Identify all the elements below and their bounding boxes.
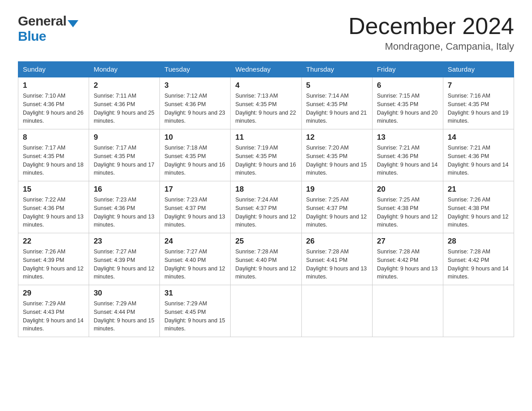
week-row-4: 22Sunrise: 7:26 AMSunset: 4:39 PMDayligh… bbox=[18, 233, 514, 285]
day-number: 5 bbox=[306, 81, 368, 90]
calendar-cell: 19Sunrise: 7:25 AMSunset: 4:37 PMDayligh… bbox=[301, 181, 372, 233]
day-info: Sunrise: 7:13 AMSunset: 4:35 PMDaylight:… bbox=[235, 92, 296, 125]
day-number: 8 bbox=[23, 133, 84, 142]
day-number: 25 bbox=[235, 237, 296, 246]
calendar-cell: 10Sunrise: 7:18 AMSunset: 4:35 PMDayligh… bbox=[160, 129, 231, 181]
calendar-cell: 12Sunrise: 7:20 AMSunset: 4:35 PMDayligh… bbox=[301, 129, 372, 181]
calendar-cell: 3Sunrise: 7:12 AMSunset: 4:36 PMDaylight… bbox=[160, 77, 231, 129]
day-info: Sunrise: 7:16 AMSunset: 4:35 PMDaylight:… bbox=[448, 92, 509, 125]
day-number: 2 bbox=[94, 81, 155, 90]
day-info: Sunrise: 7:18 AMSunset: 4:35 PMDaylight:… bbox=[164, 144, 226, 177]
day-number: 14 bbox=[448, 133, 509, 142]
day-info: Sunrise: 7:28 AMSunset: 4:41 PMDaylight:… bbox=[306, 248, 368, 281]
day-number: 1 bbox=[23, 81, 84, 90]
day-number: 24 bbox=[164, 237, 226, 246]
day-info: Sunrise: 7:10 AMSunset: 4:36 PMDaylight:… bbox=[23, 92, 84, 125]
day-info: Sunrise: 7:28 AMSunset: 4:42 PMDaylight:… bbox=[377, 248, 438, 281]
calendar-table: SundayMondayTuesdayWednesdayThursdayFrid… bbox=[18, 61, 514, 337]
day-number: 11 bbox=[235, 133, 296, 142]
day-info: Sunrise: 7:29 AMSunset: 4:45 PMDaylight:… bbox=[164, 300, 226, 333]
day-info: Sunrise: 7:28 AMSunset: 4:42 PMDaylight:… bbox=[448, 248, 509, 281]
logo-arrow-icon bbox=[68, 20, 78, 27]
calendar-cell: 24Sunrise: 7:27 AMSunset: 4:40 PMDayligh… bbox=[160, 233, 231, 285]
day-info: Sunrise: 7:22 AMSunset: 4:36 PMDaylight:… bbox=[23, 196, 84, 229]
day-number: 17 bbox=[164, 185, 226, 194]
day-number: 22 bbox=[23, 237, 84, 246]
day-number: 9 bbox=[94, 133, 155, 142]
day-info: Sunrise: 7:17 AMSunset: 4:35 PMDaylight:… bbox=[23, 144, 84, 177]
day-info: Sunrise: 7:19 AMSunset: 4:35 PMDaylight:… bbox=[235, 144, 296, 177]
day-number: 16 bbox=[94, 185, 155, 194]
day-number: 7 bbox=[448, 81, 509, 90]
calendar-cell bbox=[231, 285, 301, 337]
calendar-cell: 31Sunrise: 7:29 AMSunset: 4:45 PMDayligh… bbox=[160, 285, 231, 337]
column-header-saturday: Saturday bbox=[443, 62, 514, 77]
day-number: 27 bbox=[377, 237, 438, 246]
calendar-cell: 23Sunrise: 7:27 AMSunset: 4:39 PMDayligh… bbox=[89, 233, 160, 285]
day-number: 6 bbox=[377, 81, 438, 90]
calendar-cell: 21Sunrise: 7:26 AMSunset: 4:38 PMDayligh… bbox=[443, 181, 514, 233]
calendar-cell: 5Sunrise: 7:14 AMSunset: 4:35 PMDaylight… bbox=[301, 77, 372, 129]
logo: General Blue bbox=[18, 13, 78, 44]
calendar-cell: 1Sunrise: 7:10 AMSunset: 4:36 PMDaylight… bbox=[18, 77, 89, 129]
location-subtitle: Mondragone, Campania, Italy bbox=[348, 41, 514, 52]
day-number: 30 bbox=[94, 289, 155, 298]
month-year-title: December 2024 bbox=[348, 13, 514, 39]
calendar-cell: 8Sunrise: 7:17 AMSunset: 4:35 PMDaylight… bbox=[18, 129, 89, 181]
calendar-cell: 14Sunrise: 7:21 AMSunset: 4:36 PMDayligh… bbox=[443, 129, 514, 181]
day-info: Sunrise: 7:25 AMSunset: 4:37 PMDaylight:… bbox=[306, 196, 368, 229]
calendar-cell: 30Sunrise: 7:29 AMSunset: 4:44 PMDayligh… bbox=[89, 285, 160, 337]
calendar-cell: 7Sunrise: 7:16 AMSunset: 4:35 PMDaylight… bbox=[443, 77, 514, 129]
week-row-1: 1Sunrise: 7:10 AMSunset: 4:36 PMDaylight… bbox=[18, 77, 514, 129]
logo-general-text: General bbox=[18, 13, 66, 29]
logo-blue-text: Blue bbox=[18, 29, 46, 43]
calendar-cell: 4Sunrise: 7:13 AMSunset: 4:35 PMDaylight… bbox=[231, 77, 301, 129]
day-number: 4 bbox=[235, 81, 296, 90]
page-header: General Blue December 2024 Mondragone, C… bbox=[18, 13, 514, 52]
day-number: 29 bbox=[23, 289, 84, 298]
day-info: Sunrise: 7:29 AMSunset: 4:44 PMDaylight:… bbox=[94, 300, 155, 333]
calendar-cell: 17Sunrise: 7:23 AMSunset: 4:37 PMDayligh… bbox=[160, 181, 231, 233]
day-info: Sunrise: 7:14 AMSunset: 4:35 PMDaylight:… bbox=[306, 92, 368, 125]
calendar-cell: 11Sunrise: 7:19 AMSunset: 4:35 PMDayligh… bbox=[231, 129, 301, 181]
day-info: Sunrise: 7:28 AMSunset: 4:40 PMDaylight:… bbox=[235, 248, 296, 281]
day-info: Sunrise: 7:21 AMSunset: 4:36 PMDaylight:… bbox=[377, 144, 438, 177]
day-number: 20 bbox=[377, 185, 438, 194]
title-block: December 2024 Mondragone, Campania, Ital… bbox=[348, 13, 514, 52]
calendar-cell: 2Sunrise: 7:11 AMSunset: 4:36 PMDaylight… bbox=[89, 77, 160, 129]
calendar-cell: 22Sunrise: 7:26 AMSunset: 4:39 PMDayligh… bbox=[18, 233, 89, 285]
calendar-cell: 27Sunrise: 7:28 AMSunset: 4:42 PMDayligh… bbox=[372, 233, 443, 285]
column-header-friday: Friday bbox=[372, 62, 443, 77]
day-info: Sunrise: 7:25 AMSunset: 4:38 PMDaylight:… bbox=[377, 196, 438, 229]
column-header-sunday: Sunday bbox=[18, 62, 89, 77]
calendar-cell: 16Sunrise: 7:23 AMSunset: 4:36 PMDayligh… bbox=[89, 181, 160, 233]
day-number: 15 bbox=[23, 185, 84, 194]
calendar-cell bbox=[372, 285, 443, 337]
day-info: Sunrise: 7:26 AMSunset: 4:38 PMDaylight:… bbox=[448, 196, 509, 229]
calendar-cell: 6Sunrise: 7:15 AMSunset: 4:35 PMDaylight… bbox=[372, 77, 443, 129]
calendar-cell: 26Sunrise: 7:28 AMSunset: 4:41 PMDayligh… bbox=[301, 233, 372, 285]
day-info: Sunrise: 7:23 AMSunset: 4:36 PMDaylight:… bbox=[94, 196, 155, 229]
column-header-wednesday: Wednesday bbox=[231, 62, 301, 77]
week-row-2: 8Sunrise: 7:17 AMSunset: 4:35 PMDaylight… bbox=[18, 129, 514, 181]
day-info: Sunrise: 7:27 AMSunset: 4:40 PMDaylight:… bbox=[164, 248, 226, 281]
day-number: 18 bbox=[235, 185, 296, 194]
calendar-cell: 25Sunrise: 7:28 AMSunset: 4:40 PMDayligh… bbox=[231, 233, 301, 285]
calendar-cell: 29Sunrise: 7:29 AMSunset: 4:43 PMDayligh… bbox=[18, 285, 89, 337]
day-info: Sunrise: 7:17 AMSunset: 4:35 PMDaylight:… bbox=[94, 144, 155, 177]
day-number: 19 bbox=[306, 185, 368, 194]
header-row: SundayMondayTuesdayWednesdayThursdayFrid… bbox=[18, 62, 514, 77]
calendar-body: 1Sunrise: 7:10 AMSunset: 4:36 PMDaylight… bbox=[18, 77, 514, 337]
day-number: 28 bbox=[448, 237, 509, 246]
day-number: 3 bbox=[164, 81, 226, 90]
day-number: 31 bbox=[164, 289, 226, 298]
day-info: Sunrise: 7:15 AMSunset: 4:35 PMDaylight:… bbox=[377, 92, 438, 125]
column-header-monday: Monday bbox=[89, 62, 160, 77]
week-row-3: 15Sunrise: 7:22 AMSunset: 4:36 PMDayligh… bbox=[18, 181, 514, 233]
calendar-cell: 28Sunrise: 7:28 AMSunset: 4:42 PMDayligh… bbox=[443, 233, 514, 285]
calendar-cell bbox=[443, 285, 514, 337]
column-header-thursday: Thursday bbox=[301, 62, 372, 77]
day-number: 26 bbox=[306, 237, 368, 246]
calendar-header: SundayMondayTuesdayWednesdayThursdayFrid… bbox=[18, 62, 514, 77]
day-number: 21 bbox=[448, 185, 509, 194]
